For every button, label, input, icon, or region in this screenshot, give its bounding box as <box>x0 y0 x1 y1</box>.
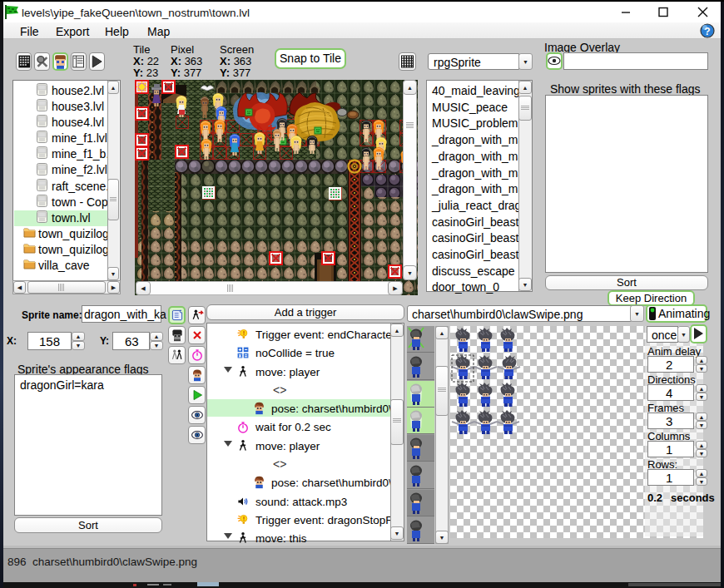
svg-text:?: ? <box>704 26 710 37</box>
